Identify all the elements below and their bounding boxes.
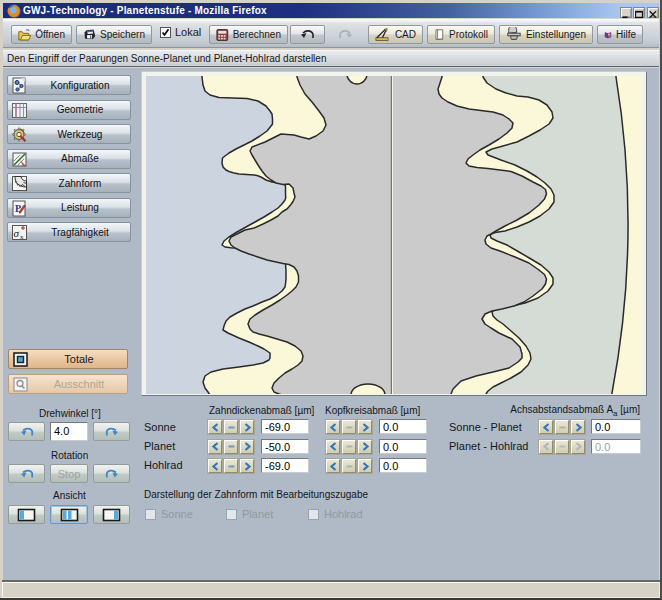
svg-text:σ: σ [14, 227, 20, 239]
svg-text:x: x [20, 233, 24, 241]
